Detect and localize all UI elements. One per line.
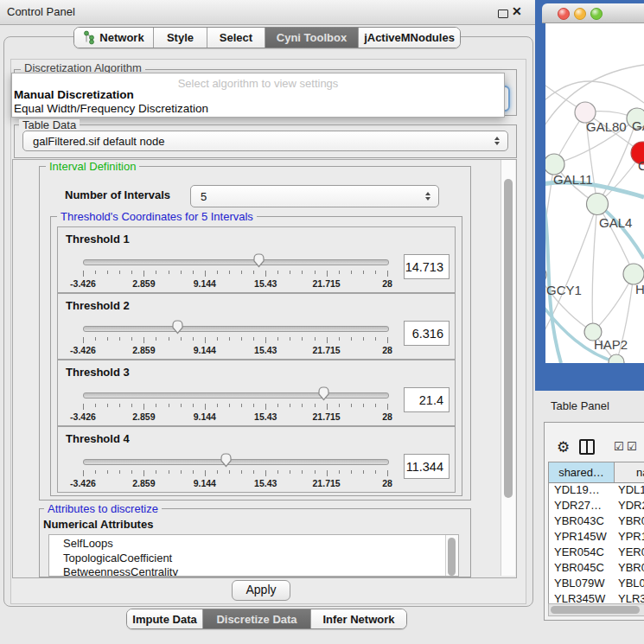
table-row[interactable]: YBL079WYBL0 bbox=[549, 577, 644, 592]
slider-track[interactable] bbox=[83, 392, 389, 399]
num-intervals-select[interactable]: 5 bbox=[190, 185, 439, 207]
slider-tick bbox=[302, 337, 303, 341]
algorithm-option-manual[interactable]: Manual Discretization bbox=[14, 88, 498, 101]
table-data-select[interactable]: galFiltered.sif default node bbox=[22, 131, 508, 151]
slider-tick bbox=[375, 337, 376, 341]
table-row[interactable]: YPR145WYPR1 bbox=[549, 530, 644, 545]
slider-tick bbox=[95, 271, 96, 274]
threshold-value-field[interactable]: 11.344 bbox=[404, 454, 450, 479]
network-node[interactable] bbox=[545, 266, 546, 284]
slider-track[interactable] bbox=[83, 459, 389, 465]
tab-infer-network-label: Infer Network bbox=[322, 613, 394, 626]
slider-tick bbox=[156, 337, 156, 341]
threshold-value-field[interactable]: 6.316 bbox=[404, 321, 450, 346]
horizontal-scrollbar[interactable] bbox=[548, 603, 644, 616]
stepper-arrows-icon bbox=[494, 137, 500, 145]
slider-tick bbox=[156, 470, 156, 474]
column-header-shared-name[interactable]: shared… bbox=[549, 462, 615, 482]
network-node-label: GA bbox=[632, 118, 644, 133]
attributes-scrollbar[interactable] bbox=[445, 535, 458, 576]
close-traffic-light[interactable] bbox=[558, 8, 570, 20]
table-row[interactable]: YBR045CYBR0 bbox=[549, 561, 644, 577]
slider-thumb[interactable] bbox=[220, 452, 233, 471]
slider-tick bbox=[277, 470, 278, 474]
slider-track[interactable] bbox=[83, 326, 389, 332]
network-node[interactable] bbox=[587, 194, 609, 215]
table-row[interactable]: YER054CYER0 bbox=[549, 545, 644, 561]
slider-thumb[interactable] bbox=[317, 386, 330, 405]
checkbox-icon[interactable]: ☑ bbox=[627, 440, 637, 453]
slider-tick-label: 9.144 bbox=[194, 345, 216, 355]
tab-infer-network[interactable]: Infer Network bbox=[311, 609, 406, 628]
network-view-window[interactable]: GAL80GACGAL11GAL4GCY1HHAP2 bbox=[535, 0, 644, 391]
tab-discretize-data[interactable]: Discretize Data bbox=[203, 609, 311, 628]
minimize-traffic-light[interactable] bbox=[574, 8, 586, 20]
tab-style[interactable]: Style bbox=[154, 28, 207, 48]
table-row[interactable]: YDR27…YDR2 bbox=[549, 499, 644, 514]
slider-tick bbox=[375, 404, 376, 407]
tab-select[interactable]: Select bbox=[207, 28, 265, 48]
slider-tick bbox=[107, 337, 108, 341]
cell-shared-name: YDL19… bbox=[549, 483, 615, 499]
slider-tick bbox=[169, 271, 169, 274]
interval-definition-title: Interval Definition bbox=[46, 161, 139, 172]
slider-track[interactable] bbox=[83, 259, 389, 265]
horizontal-scrollbar-thumb[interactable] bbox=[551, 606, 640, 614]
attribute-list-item[interactable]: SelfLoops bbox=[49, 537, 458, 552]
slider-tick-label: 15.43 bbox=[254, 278, 277, 289]
threshold-value-field[interactable]: 14.713 bbox=[404, 254, 450, 279]
network-node-label: C bbox=[638, 158, 644, 173]
zoom-traffic-light[interactable] bbox=[590, 8, 603, 20]
slider-thumb[interactable] bbox=[252, 252, 265, 271]
slider-tick bbox=[265, 404, 266, 410]
attributes-scrollbar-thumb[interactable] bbox=[448, 538, 456, 576]
slider-tick bbox=[315, 470, 316, 474]
slider-tick bbox=[327, 337, 328, 343]
attribute-list-item[interactable]: BetweennessCentrality bbox=[49, 565, 458, 577]
apply-button[interactable]: Apply bbox=[232, 580, 290, 601]
float-window-icon[interactable] bbox=[498, 10, 508, 18]
slider-tick-label: 21.715 bbox=[313, 478, 341, 488]
attributes-list[interactable]: SelfLoopsTopologicalCoefficientBetweenne… bbox=[48, 534, 459, 577]
slider-tick bbox=[229, 404, 230, 407]
num-intervals-value: 5 bbox=[191, 190, 425, 203]
slider-tick bbox=[217, 271, 218, 274]
slider-thumb[interactable] bbox=[171, 319, 184, 338]
slider-tick bbox=[290, 470, 290, 474]
column-header-name[interactable]: na bbox=[615, 462, 644, 482]
close-icon[interactable]: ✕ bbox=[512, 4, 522, 18]
slider-tick bbox=[363, 337, 364, 341]
slider-tick bbox=[181, 404, 182, 407]
network-window-titlebar[interactable] bbox=[542, 3, 644, 23]
slider-tick-label: 2.859 bbox=[132, 411, 155, 422]
threshold-value-field[interactable]: 21.4 bbox=[404, 387, 450, 412]
threshold-label: Threshold 4 bbox=[66, 432, 130, 445]
cell-name: YBR0 bbox=[615, 561, 644, 577]
algorithm-option-equal-width[interactable]: Equal Width/Frequency Discretization bbox=[14, 102, 498, 115]
slider-tick bbox=[193, 404, 194, 407]
slider-tick bbox=[181, 271, 182, 274]
slider-tick bbox=[205, 470, 206, 476]
slider-tick bbox=[363, 404, 364, 407]
slider-tick bbox=[339, 404, 340, 407]
network-canvas[interactable]: GAL80GACGAL11GAL4GCY1HHAP2 bbox=[545, 23, 644, 363]
cyni-mode-tabbar: Impute Data Discretize Data Infer Networ… bbox=[126, 609, 407, 629]
tab-impute-data[interactable]: Impute Data bbox=[127, 609, 203, 628]
tab-cyni-toolbox[interactable]: Cyni Toolbox bbox=[265, 28, 359, 48]
column-layout-icon[interactable] bbox=[579, 439, 595, 455]
tab-cyni-toolbox-label: Cyni Toolbox bbox=[277, 31, 347, 44]
tab-jactivemnodules[interactable]: jActiveMNodules bbox=[359, 28, 460, 48]
checkbox-icon[interactable]: ☑ bbox=[614, 440, 624, 453]
numerical-attributes-label: Numerical Attributes bbox=[43, 518, 153, 531]
attribute-list-item[interactable]: TopologicalCoefficient bbox=[49, 552, 458, 566]
gear-icon[interactable]: ⚙ bbox=[557, 438, 570, 456]
tab-network[interactable]: Network bbox=[74, 28, 154, 48]
threshold-label: Threshold 1 bbox=[66, 233, 130, 245]
slider-tick bbox=[143, 404, 144, 410]
table-row[interactable]: YBR043CYBR0 bbox=[549, 514, 644, 530]
vertical-scrollbar[interactable] bbox=[501, 160, 515, 576]
vertical-scrollbar-thumb[interactable] bbox=[504, 179, 513, 498]
slider-tick bbox=[229, 337, 230, 341]
table-row[interactable]: YDL19…YDL1 bbox=[549, 483, 644, 499]
slider-tick bbox=[169, 404, 169, 407]
